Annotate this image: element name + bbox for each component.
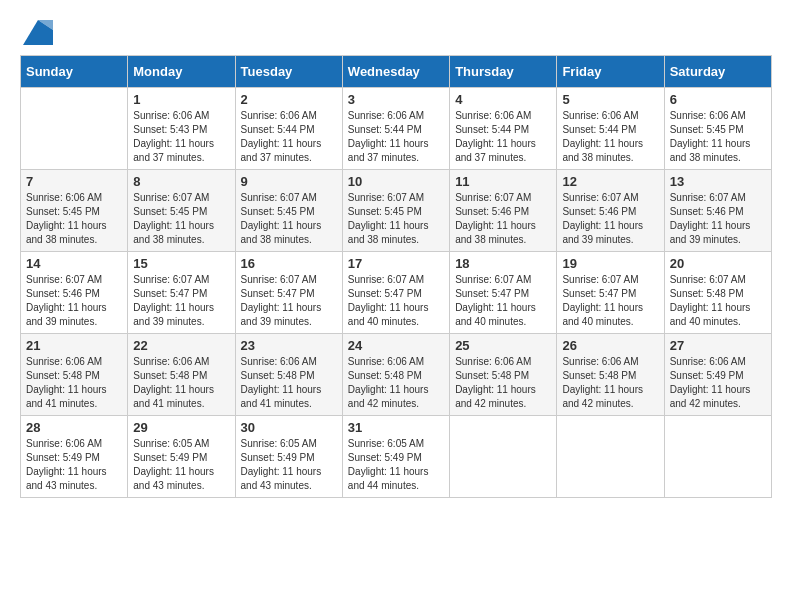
- day-number: 24: [348, 338, 444, 353]
- calendar-week-row: 14Sunrise: 6:07 AMSunset: 5:46 PMDayligh…: [21, 252, 772, 334]
- day-info: Sunrise: 6:07 AMSunset: 5:45 PMDaylight:…: [241, 191, 337, 247]
- day-info: Sunrise: 6:06 AMSunset: 5:49 PMDaylight:…: [26, 437, 122, 493]
- table-row: 21Sunrise: 6:06 AMSunset: 5:48 PMDayligh…: [21, 334, 128, 416]
- day-number: 23: [241, 338, 337, 353]
- table-row: 4Sunrise: 6:06 AMSunset: 5:44 PMDaylight…: [450, 88, 557, 170]
- day-number: 26: [562, 338, 658, 353]
- day-number: 12: [562, 174, 658, 189]
- day-info: Sunrise: 6:06 AMSunset: 5:49 PMDaylight:…: [670, 355, 766, 411]
- day-info: Sunrise: 6:06 AMSunset: 5:44 PMDaylight:…: [455, 109, 551, 165]
- day-info: Sunrise: 6:06 AMSunset: 5:48 PMDaylight:…: [241, 355, 337, 411]
- day-info: Sunrise: 6:06 AMSunset: 5:48 PMDaylight:…: [562, 355, 658, 411]
- day-number: 15: [133, 256, 229, 271]
- col-monday: Monday: [128, 56, 235, 88]
- day-number: 18: [455, 256, 551, 271]
- table-row: 2Sunrise: 6:06 AMSunset: 5:44 PMDaylight…: [235, 88, 342, 170]
- calendar-week-row: 28Sunrise: 6:06 AMSunset: 5:49 PMDayligh…: [21, 416, 772, 498]
- table-row: 3Sunrise: 6:06 AMSunset: 5:44 PMDaylight…: [342, 88, 449, 170]
- table-row: 26Sunrise: 6:06 AMSunset: 5:48 PMDayligh…: [557, 334, 664, 416]
- day-info: Sunrise: 6:06 AMSunset: 5:45 PMDaylight:…: [26, 191, 122, 247]
- day-number: 8: [133, 174, 229, 189]
- day-number: 14: [26, 256, 122, 271]
- day-info: Sunrise: 6:06 AMSunset: 5:44 PMDaylight:…: [562, 109, 658, 165]
- table-row: 23Sunrise: 6:06 AMSunset: 5:48 PMDayligh…: [235, 334, 342, 416]
- table-row: 9Sunrise: 6:07 AMSunset: 5:45 PMDaylight…: [235, 170, 342, 252]
- table-row: [21, 88, 128, 170]
- day-info: Sunrise: 6:07 AMSunset: 5:46 PMDaylight:…: [455, 191, 551, 247]
- logo: [20, 20, 53, 45]
- day-info: Sunrise: 6:05 AMSunset: 5:49 PMDaylight:…: [133, 437, 229, 493]
- col-tuesday: Tuesday: [235, 56, 342, 88]
- day-number: 31: [348, 420, 444, 435]
- calendar-table: Sunday Monday Tuesday Wednesday Thursday…: [20, 55, 772, 498]
- table-row: 18Sunrise: 6:07 AMSunset: 5:47 PMDayligh…: [450, 252, 557, 334]
- table-row: 17Sunrise: 6:07 AMSunset: 5:47 PMDayligh…: [342, 252, 449, 334]
- day-number: 29: [133, 420, 229, 435]
- day-number: 11: [455, 174, 551, 189]
- table-row: [664, 416, 771, 498]
- day-info: Sunrise: 6:06 AMSunset: 5:48 PMDaylight:…: [133, 355, 229, 411]
- day-info: Sunrise: 6:07 AMSunset: 5:47 PMDaylight:…: [133, 273, 229, 329]
- day-info: Sunrise: 6:05 AMSunset: 5:49 PMDaylight:…: [241, 437, 337, 493]
- table-row: 7Sunrise: 6:06 AMSunset: 5:45 PMDaylight…: [21, 170, 128, 252]
- day-info: Sunrise: 6:06 AMSunset: 5:44 PMDaylight:…: [241, 109, 337, 165]
- table-row: 20Sunrise: 6:07 AMSunset: 5:48 PMDayligh…: [664, 252, 771, 334]
- day-number: 7: [26, 174, 122, 189]
- table-row: 14Sunrise: 6:07 AMSunset: 5:46 PMDayligh…: [21, 252, 128, 334]
- table-row: 10Sunrise: 6:07 AMSunset: 5:45 PMDayligh…: [342, 170, 449, 252]
- day-info: Sunrise: 6:07 AMSunset: 5:46 PMDaylight:…: [562, 191, 658, 247]
- day-number: 22: [133, 338, 229, 353]
- day-number: 21: [26, 338, 122, 353]
- col-thursday: Thursday: [450, 56, 557, 88]
- day-info: Sunrise: 6:07 AMSunset: 5:47 PMDaylight:…: [562, 273, 658, 329]
- table-row: 15Sunrise: 6:07 AMSunset: 5:47 PMDayligh…: [128, 252, 235, 334]
- day-info: Sunrise: 6:07 AMSunset: 5:46 PMDaylight:…: [670, 191, 766, 247]
- day-info: Sunrise: 6:06 AMSunset: 5:44 PMDaylight:…: [348, 109, 444, 165]
- table-row: 13Sunrise: 6:07 AMSunset: 5:46 PMDayligh…: [664, 170, 771, 252]
- table-row: 22Sunrise: 6:06 AMSunset: 5:48 PMDayligh…: [128, 334, 235, 416]
- table-row: 29Sunrise: 6:05 AMSunset: 5:49 PMDayligh…: [128, 416, 235, 498]
- day-info: Sunrise: 6:07 AMSunset: 5:45 PMDaylight:…: [348, 191, 444, 247]
- table-row: 12Sunrise: 6:07 AMSunset: 5:46 PMDayligh…: [557, 170, 664, 252]
- table-row: 1Sunrise: 6:06 AMSunset: 5:43 PMDaylight…: [128, 88, 235, 170]
- col-saturday: Saturday: [664, 56, 771, 88]
- calendar-week-row: 21Sunrise: 6:06 AMSunset: 5:48 PMDayligh…: [21, 334, 772, 416]
- day-number: 27: [670, 338, 766, 353]
- day-info: Sunrise: 6:05 AMSunset: 5:49 PMDaylight:…: [348, 437, 444, 493]
- day-info: Sunrise: 6:06 AMSunset: 5:45 PMDaylight:…: [670, 109, 766, 165]
- calendar-week-row: 7Sunrise: 6:06 AMSunset: 5:45 PMDaylight…: [21, 170, 772, 252]
- table-row: 27Sunrise: 6:06 AMSunset: 5:49 PMDayligh…: [664, 334, 771, 416]
- day-number: 25: [455, 338, 551, 353]
- day-number: 3: [348, 92, 444, 107]
- table-row: 11Sunrise: 6:07 AMSunset: 5:46 PMDayligh…: [450, 170, 557, 252]
- day-number: 6: [670, 92, 766, 107]
- col-sunday: Sunday: [21, 56, 128, 88]
- logo-icon: [23, 20, 53, 45]
- table-row: 28Sunrise: 6:06 AMSunset: 5:49 PMDayligh…: [21, 416, 128, 498]
- table-row: 24Sunrise: 6:06 AMSunset: 5:48 PMDayligh…: [342, 334, 449, 416]
- header: [20, 20, 772, 45]
- day-info: Sunrise: 6:07 AMSunset: 5:45 PMDaylight:…: [133, 191, 229, 247]
- table-row: 16Sunrise: 6:07 AMSunset: 5:47 PMDayligh…: [235, 252, 342, 334]
- day-info: Sunrise: 6:06 AMSunset: 5:48 PMDaylight:…: [348, 355, 444, 411]
- day-number: 19: [562, 256, 658, 271]
- day-number: 30: [241, 420, 337, 435]
- day-info: Sunrise: 6:06 AMSunset: 5:43 PMDaylight:…: [133, 109, 229, 165]
- calendar-week-row: 1Sunrise: 6:06 AMSunset: 5:43 PMDaylight…: [21, 88, 772, 170]
- day-number: 16: [241, 256, 337, 271]
- day-number: 20: [670, 256, 766, 271]
- day-number: 1: [133, 92, 229, 107]
- day-info: Sunrise: 6:07 AMSunset: 5:48 PMDaylight:…: [670, 273, 766, 329]
- day-number: 10: [348, 174, 444, 189]
- day-info: Sunrise: 6:07 AMSunset: 5:47 PMDaylight:…: [241, 273, 337, 329]
- day-number: 9: [241, 174, 337, 189]
- day-info: Sunrise: 6:06 AMSunset: 5:48 PMDaylight:…: [455, 355, 551, 411]
- col-friday: Friday: [557, 56, 664, 88]
- day-info: Sunrise: 6:07 AMSunset: 5:47 PMDaylight:…: [348, 273, 444, 329]
- table-row: [557, 416, 664, 498]
- table-row: 30Sunrise: 6:05 AMSunset: 5:49 PMDayligh…: [235, 416, 342, 498]
- table-row: 5Sunrise: 6:06 AMSunset: 5:44 PMDaylight…: [557, 88, 664, 170]
- table-row: 6Sunrise: 6:06 AMSunset: 5:45 PMDaylight…: [664, 88, 771, 170]
- table-row: 8Sunrise: 6:07 AMSunset: 5:45 PMDaylight…: [128, 170, 235, 252]
- day-number: 5: [562, 92, 658, 107]
